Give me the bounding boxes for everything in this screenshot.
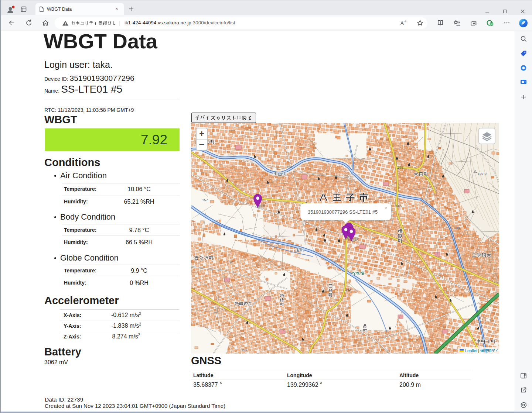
svg-text:139: 139 xyxy=(454,226,460,230)
svg-text:Leaflet: Leaflet xyxy=(465,348,477,353)
svg-text:152: 152 xyxy=(227,260,233,264)
svg-text:157: 157 xyxy=(202,198,208,202)
svg-text:144: 144 xyxy=(397,165,403,169)
svg-text:351901930077296 SS-LTE01 #5: 351901930077296 SS-LTE01 #5 xyxy=(308,209,378,215)
svg-text:153: 153 xyxy=(286,165,292,169)
svg-text:A: A xyxy=(400,20,404,26)
svg-text:142: 142 xyxy=(345,288,351,292)
svg-text:151: 151 xyxy=(241,348,247,352)
svg-text:|: | xyxy=(478,348,479,353)
svg-text:×: × xyxy=(385,205,388,210)
svg-text:197.0: 197.0 xyxy=(478,172,487,176)
svg-text:146: 146 xyxy=(396,204,402,208)
